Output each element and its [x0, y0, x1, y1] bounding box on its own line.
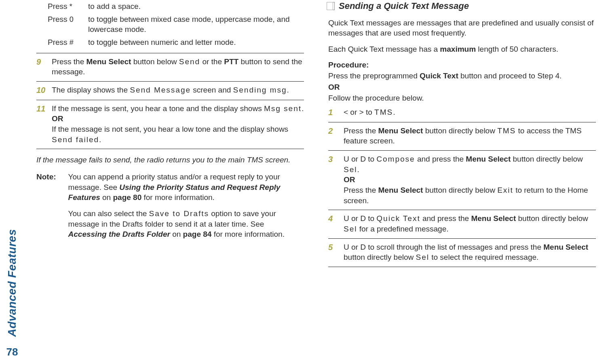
key-row-hash: Press # to toggle between numeric and le… [48, 36, 304, 49]
qt-step-1: 1 < or > to TMS. [328, 104, 596, 122]
fail-note: If the message fails to send, the radio … [36, 155, 304, 165]
document-icon [328, 2, 335, 10]
key-row-asterisk: Press * to add a space. [48, 0, 304, 13]
section-heading: Sending a Quick Text Message [339, 0, 469, 12]
max-length-paragraph: Each Quick Text message has a maximum le… [328, 44, 596, 55]
key-row-zero: Press 0 to toggle between mixed case mod… [48, 13, 304, 36]
step-11: 11 If the message is sent, you hear a to… [36, 100, 304, 149]
side-label-block: Advanced Features 78 [0, 229, 24, 359]
step-number: 10 [36, 85, 48, 96]
intro-paragraph: Quick Text messages are messages that ar… [328, 18, 596, 38]
side-section-title: Advanced Features [4, 229, 20, 337]
left-column: Press * to add a space. Press 0 to toggl… [36, 0, 304, 364]
right-column: Sending a Quick Text Message Quick Text … [328, 0, 596, 364]
step-9: 9 Press the Menu Select button below Sen… [36, 53, 304, 82]
qt-step-2: 2 Press the Menu Select button directly … [328, 122, 596, 151]
step-number: 5 [328, 242, 340, 253]
section-heading-row: Sending a Quick Text Message [328, 0, 596, 12]
note-block: Note: You can append a priority status a… [36, 172, 304, 240]
step-number: 1 [328, 107, 340, 118]
step-number: 4 [328, 213, 340, 224]
procedure-block: Procedure: Press the preprogrammed Quick… [328, 59, 596, 104]
page-number: 78 [6, 345, 18, 359]
procedure-label: Procedure: [328, 61, 369, 69]
qt-step-5: 5 U or D to scroll through the list of m… [328, 239, 596, 267]
note-label: Note: [36, 172, 56, 240]
step-10: 10 The display shows the Send Message sc… [36, 82, 304, 100]
qt-step-3: 3 U or D to Compose and press the Menu S… [328, 151, 596, 210]
step-number: 9 [36, 57, 48, 67]
qt-step-4: 4 U or D to Quick Text and press the Men… [328, 210, 596, 238]
step-number: 3 [328, 154, 340, 165]
step-number: 2 [328, 126, 340, 137]
step-number: 11 [36, 103, 48, 114]
